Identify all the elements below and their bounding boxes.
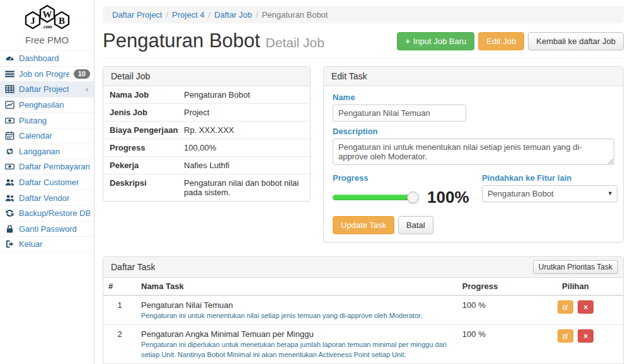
- svg-text:.com: .com: [42, 24, 52, 30]
- detail-label: Pekerja: [110, 161, 184, 170]
- sidebar-item-piutang[interactable]: Piutang: [0, 112, 94, 128]
- sidebar-item-label: Job on Progress: [19, 69, 69, 79]
- detail-row-pekerja: Pekerja Nafies Luthfi: [103, 157, 310, 174]
- sidebar-item-daftar-vendor[interactable]: Daftar Vendor: [0, 190, 94, 205]
- sidebar: W J B .com Free PMO Dashboard Job on Pro…: [0, 0, 94, 364]
- sidebar-item-label: Calendar: [19, 131, 52, 140]
- svg-text:B: B: [58, 16, 64, 26]
- progress-slider-handle[interactable]: [407, 191, 419, 203]
- detail-row-jenis-job: Jenis Job Project: [103, 104, 310, 122]
- list-icon: [5, 69, 14, 79]
- detail-value: 100,00%: [184, 143, 216, 152]
- brand-block: W J B .com Free PMO: [0, 0, 94, 50]
- delete-task-button[interactable]: ×: [578, 300, 593, 314]
- detail-label: Deskripsi: [110, 178, 184, 197]
- edit-task-panel-title: Edit Task: [324, 67, 623, 86]
- jwb-logo-icon: W J B .com: [18, 4, 76, 31]
- move-feature-select[interactable]: Pengaturan Bobot: [482, 185, 617, 202]
- input-job-baru-button[interactable]: + Input Job Baru: [397, 32, 474, 50]
- edit-task-button[interactable]: [558, 300, 573, 314]
- kembali-ke-daftar-job-button[interactable]: Kembali ke daftar Job: [528, 32, 624, 50]
- edit-task-buttons: Update Task Batal: [333, 216, 614, 234]
- users-icon: [5, 178, 14, 187]
- batal-button[interactable]: Batal: [398, 216, 433, 234]
- chevron-left-icon: ‹: [86, 84, 90, 94]
- input-job-baru-label: Input Job Baru: [413, 37, 467, 46]
- sidebar-item-calendar[interactable]: Calendar: [0, 128, 94, 144]
- breadcrumb-separator: /: [162, 10, 172, 20]
- sidebar-item-label: Piutang: [19, 116, 47, 125]
- money-icon: [5, 162, 14, 171]
- edit-task-button[interactable]: [558, 329, 573, 343]
- progress-slider[interactable]: [333, 195, 413, 200]
- sign-out-icon: [5, 239, 14, 249]
- x-icon: ×: [583, 332, 588, 341]
- task-description-textarea[interactable]: Pengaturan ini untuk menentukan nilai se…: [333, 139, 614, 165]
- sidebar-item-daftar-pembayaran[interactable]: Daftar Pembayaran: [0, 159, 94, 174]
- sidebar-item-backup-restore-db[interactable]: Backup/Restore DB: [0, 205, 94, 221]
- sidebar-item-label: Daftar Customer: [19, 178, 79, 187]
- sidebar-item-keluar[interactable]: Keluar: [0, 236, 94, 252]
- detail-row-deskripsi: Deskripsi Pengaturan nilai dan bobot nil…: [103, 174, 310, 201]
- sidebar-item-job-on-progress[interactable]: Job on Progress 10: [0, 66, 94, 82]
- column-header-progress: Progress: [457, 278, 528, 295]
- breadcrumb-link-project-4[interactable]: Project 4: [172, 10, 204, 20]
- update-task-button[interactable]: Update Task: [333, 216, 394, 234]
- sidebar-item-dashboard[interactable]: Dashboard: [0, 50, 94, 66]
- column-header-num: #: [103, 278, 136, 295]
- sidebar-item-daftar-project[interactable]: Daftar Project ‹: [0, 81, 94, 97]
- task-num: 1: [103, 295, 136, 325]
- detail-job-panel-title: Detail Job: [103, 67, 310, 86]
- task-progress: 100 %: [457, 295, 528, 325]
- detail-row-progress: Progress 100,00%: [103, 139, 310, 157]
- detail-value: Nafies Luthfi: [184, 161, 229, 170]
- task-table: # Nama Task Progress Pilihan 1 Pengatura…: [103, 278, 623, 364]
- task-actions: ×: [528, 295, 623, 325]
- description-label: Description: [333, 127, 614, 136]
- sidebar-item-penghasilan[interactable]: Penghasilan: [0, 97, 94, 113]
- detail-label: Jenis Job: [110, 108, 184, 117]
- progress-value: 100%: [427, 188, 469, 207]
- column-header-nama-task: Nama Task: [136, 278, 457, 295]
- move-feature-label: Pindahkan ke Fitur lain: [482, 173, 617, 183]
- task-table-header-row: # Nama Task Progress Pilihan: [103, 278, 623, 295]
- detail-label: Biaya Pengerjaan: [110, 125, 184, 135]
- edit-job-button[interactable]: Edit Job: [478, 32, 524, 50]
- breadcrumb-link-daftar-job[interactable]: Daftar Job: [214, 10, 252, 20]
- daftar-task-title: Daftar Task: [111, 262, 156, 272]
- money-icon: [5, 116, 14, 125]
- breadcrumb-current: Pengaturan Bobot: [262, 10, 328, 20]
- breadcrumb-separator: /: [204, 10, 214, 20]
- task-name: Pengaturan Angka Minimal Temuan per Ming…: [141, 329, 452, 339]
- daftar-task-panel: Daftar Task Urutkan Prioritas Task # Nam…: [103, 256, 624, 364]
- progress-slider-line: 100%: [333, 188, 482, 207]
- task-name: Pengaturan Nilai Temuan: [141, 300, 452, 310]
- edit-task-panel: Edit Task Name Description Pengaturan in…: [323, 66, 624, 242]
- detail-job-panel: Detail Job Nama Job Pengaturan Bobot Jen…: [103, 66, 311, 202]
- panels-row: Detail Job Nama Job Pengaturan Bobot Jen…: [103, 66, 624, 242]
- sidebar-item-daftar-customer[interactable]: Daftar Customer: [0, 174, 94, 190]
- progress-label: Progress: [333, 173, 482, 183]
- task-name-cell: Pengaturan Nilai Temuan Pengaturan ini u…: [136, 295, 457, 325]
- breadcrumb: Daftar Project/Project 4/Daftar Job/Peng…: [103, 6, 624, 23]
- breadcrumb-link-daftar-project[interactable]: Daftar Project: [112, 10, 162, 20]
- detail-value: Rp. XXX.XXX: [184, 125, 234, 135]
- detail-value: Project: [184, 108, 209, 117]
- sidebar-item-label: Dashboard: [19, 54, 59, 63]
- pencil-square-icon: [562, 304, 569, 310]
- sidebar-item-label: Keluar: [19, 239, 43, 249]
- sidebar-item-langganan[interactable]: Langganan: [0, 144, 94, 159]
- delete-task-button[interactable]: ×: [578, 329, 593, 343]
- refresh-icon: [5, 208, 14, 218]
- plus-icon: +: [405, 37, 410, 46]
- detail-job-table: Nama Job Pengaturan Bobot Jenis Job Proj…: [103, 86, 310, 201]
- task-name-input[interactable]: [333, 105, 466, 122]
- sidebar-item-ganti-password[interactable]: Ganti Password: [0, 221, 94, 237]
- task-actions: ×: [528, 325, 623, 364]
- header-actions: + Input Job Baru Edit Job Kembali ke daf…: [397, 32, 624, 50]
- dashboard-icon: [5, 54, 14, 63]
- task-description: Pengaturan ini diperlukan untuk menetuka…: [141, 340, 452, 360]
- svg-text:J: J: [30, 16, 35, 26]
- page-subtitle: Detail Job: [266, 35, 324, 50]
- urutkan-prioritas-task-button-top[interactable]: Urutkan Prioritas Task: [533, 260, 618, 274]
